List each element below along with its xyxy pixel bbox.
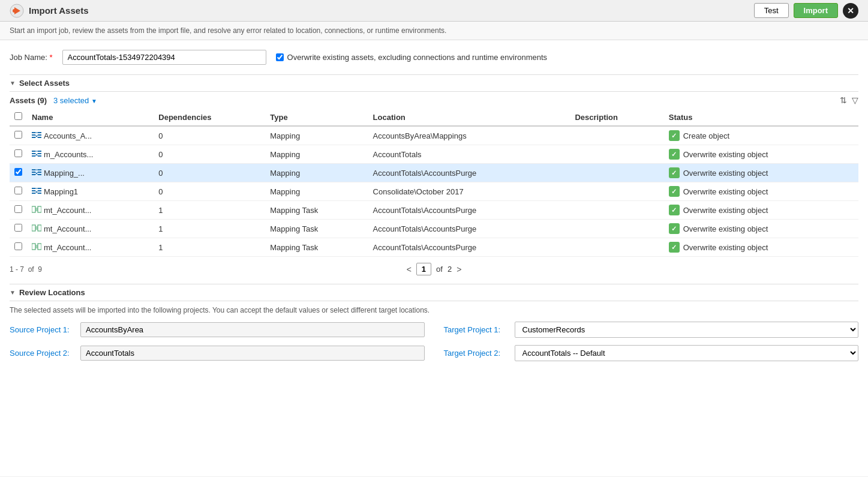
- target-project-2-select[interactable]: AccountTotals -- Default AccountsByArea …: [515, 345, 859, 361]
- row-checkbox[interactable]: [14, 187, 22, 194]
- page-total: 9: [38, 265, 42, 274]
- assets-toolbar: Assets (9) 3 selected ▼ ⇅ ▽: [10, 92, 858, 109]
- row-name-text: mt_Account...: [44, 206, 91, 215]
- test-button[interactable]: Test: [754, 3, 789, 18]
- assets-selected[interactable]: 3 selected: [53, 96, 89, 105]
- overwrite-checkbox[interactable]: [276, 53, 284, 61]
- select-assets-label: Select Assets: [19, 79, 70, 88]
- svg-rect-33: [38, 188, 41, 189]
- next-page-button[interactable]: >: [456, 265, 461, 274]
- status-text: Create object: [683, 131, 729, 140]
- row-dependencies: 0: [154, 145, 265, 164]
- header-left: Import Assets: [10, 4, 88, 18]
- job-name-input[interactable]: [62, 50, 266, 65]
- collapse-icon: ▼: [10, 80, 16, 86]
- svg-rect-6: [38, 132, 41, 133]
- svg-rect-5: [32, 137, 35, 138]
- row-status-cell: ✓Overwrite existing object: [664, 145, 858, 164]
- row-dependencies: 1: [154, 220, 265, 238]
- select-all-header[interactable]: [10, 109, 27, 126]
- overwrite-checkbox-row: Overwrite existing assets, excluding con…: [276, 53, 548, 62]
- review-collapse-icon: ▼: [10, 289, 16, 296]
- row-name-cell: mt_Account...: [27, 201, 154, 220]
- total-pages: 2: [447, 265, 452, 274]
- target-project-1-select[interactable]: CustomerRecords AccountTotals Default: [515, 322, 859, 338]
- select-all-checkbox[interactable]: [14, 112, 22, 120]
- row-checkbox-cell: [10, 164, 27, 182]
- svg-rect-26: [38, 174, 41, 175]
- col-status: Status: [664, 109, 858, 126]
- svg-rect-3: [32, 132, 35, 133]
- mapping-icon: [32, 150, 41, 159]
- header-title: Import Assets: [29, 5, 88, 16]
- import-button[interactable]: Import: [794, 3, 838, 18]
- row-dependencies: 0: [154, 182, 265, 201]
- assets-count: Assets (9): [10, 96, 47, 105]
- svg-rect-13: [32, 153, 35, 154]
- status-check-icon: ✓: [669, 186, 680, 197]
- col-description: Description: [570, 109, 663, 126]
- locations-grid: Source Project 1: Target Project 1: Cust…: [10, 322, 858, 361]
- status-text: Overwrite existing object: [683, 206, 768, 215]
- svg-rect-25: [38, 172, 41, 173]
- row-name-cell: mt_Account...: [27, 238, 154, 257]
- row-description: [570, 220, 663, 238]
- status-text: Overwrite existing object: [683, 224, 768, 233]
- target-project-2-label: Target Project 2:: [444, 349, 510, 358]
- page-of: of: [436, 265, 443, 274]
- source-project-2-label: Source Project 2:: [10, 349, 76, 358]
- row-checkbox[interactable]: [14, 242, 22, 250]
- target-project-1-row: Target Project 1: CustomerRecords Accoun…: [444, 322, 859, 338]
- row-checkbox[interactable]: [14, 131, 22, 139]
- svg-rect-16: [38, 153, 41, 154]
- source-project-1-input[interactable]: [80, 322, 425, 337]
- svg-rect-31: [32, 190, 35, 191]
- row-checkbox[interactable]: [14, 168, 22, 176]
- row-location: AccountTotals: [368, 145, 570, 164]
- row-name-text: Mapping_...: [44, 169, 85, 178]
- row-location: AccountTotals\AccountsPurge: [368, 201, 570, 220]
- mapping-icon: [32, 131, 41, 140]
- row-status-cell: ✓Overwrite existing object: [664, 238, 858, 257]
- svg-rect-15: [38, 151, 41, 152]
- job-name-label: Job Name: *: [10, 53, 53, 62]
- svg-rect-22: [32, 172, 35, 173]
- dropdown-arrow: ▼: [91, 98, 97, 104]
- target-project-2-row: Target Project 2: AccountTotals -- Defau…: [444, 345, 859, 361]
- svg-point-2: [13, 9, 16, 13]
- row-dependencies: 0: [154, 164, 265, 182]
- source-project-1-row: Source Project 1:: [10, 322, 425, 338]
- close-button[interactable]: ✕: [843, 3, 858, 19]
- row-description: [570, 126, 663, 145]
- svg-rect-4: [32, 134, 35, 136]
- row-location: Consolidate\October 2017: [368, 182, 570, 201]
- assets-table: Name Dependencies Type Location Descript…: [10, 109, 858, 257]
- filter-button[interactable]: ▽: [852, 95, 858, 105]
- source-project-2-input[interactable]: [80, 346, 425, 361]
- row-name-text: mt_Account...: [44, 224, 91, 233]
- select-assets-section-header[interactable]: ▼ Select Assets: [10, 74, 858, 91]
- sort-button[interactable]: ⇅: [840, 95, 847, 105]
- row-name-cell: Mapping1: [27, 182, 154, 201]
- prev-page-button[interactable]: <: [407, 265, 412, 274]
- status-check-icon: ✓: [669, 223, 680, 234]
- svg-rect-45: [38, 225, 41, 231]
- page-1-button[interactable]: 1: [416, 263, 431, 275]
- svg-rect-8: [38, 137, 41, 138]
- row-type: Mapping: [265, 182, 368, 201]
- svg-rect-39: [32, 206, 35, 212]
- row-name-cell: Accounts_A...: [27, 126, 154, 145]
- review-locations-section-header[interactable]: ▼ Review Locations: [10, 284, 858, 301]
- svg-rect-30: [32, 188, 35, 189]
- row-status-cell: ✓Overwrite existing object: [664, 220, 858, 238]
- row-type: Mapping: [265, 164, 368, 182]
- row-checkbox[interactable]: [14, 224, 22, 232]
- col-type: Type: [265, 109, 368, 126]
- svg-rect-40: [38, 206, 41, 212]
- app-logo: [10, 4, 24, 18]
- row-checkbox[interactable]: [14, 205, 22, 213]
- row-name-cell: Mapping_...: [27, 164, 154, 182]
- svg-rect-14: [32, 155, 35, 157]
- row-checkbox-cell: [10, 201, 27, 220]
- row-checkbox[interactable]: [14, 149, 22, 157]
